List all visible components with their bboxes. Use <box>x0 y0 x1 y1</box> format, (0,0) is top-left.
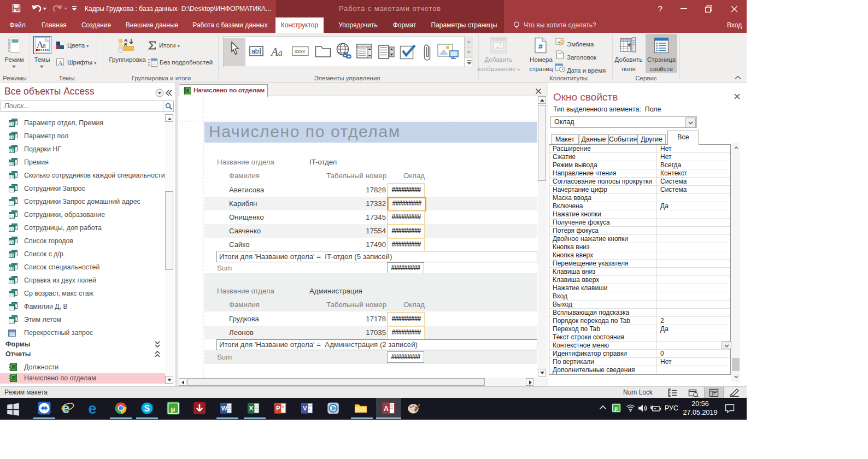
svg-text:ab: ab <box>251 48 259 55</box>
svg-text:S: S <box>144 404 150 413</box>
svg-text:xxxx: xxxx <box>295 48 305 54</box>
svg-text:X: X <box>249 405 254 411</box>
svg-text:e: e <box>88 402 96 415</box>
svg-text:#: # <box>538 42 543 51</box>
svg-text:A: A <box>58 59 63 67</box>
svg-text:V: V <box>303 405 307 411</box>
svg-text:W: W <box>221 405 227 411</box>
svg-text:e: e <box>62 402 69 415</box>
svg-text:μ: μ <box>171 405 175 413</box>
svg-text:μ: μ <box>614 405 618 411</box>
svg-text:я: я <box>124 42 127 47</box>
svg-text:A: A <box>384 405 389 413</box>
svg-text:P: P <box>276 405 280 411</box>
svg-text:a: a <box>43 41 46 49</box>
